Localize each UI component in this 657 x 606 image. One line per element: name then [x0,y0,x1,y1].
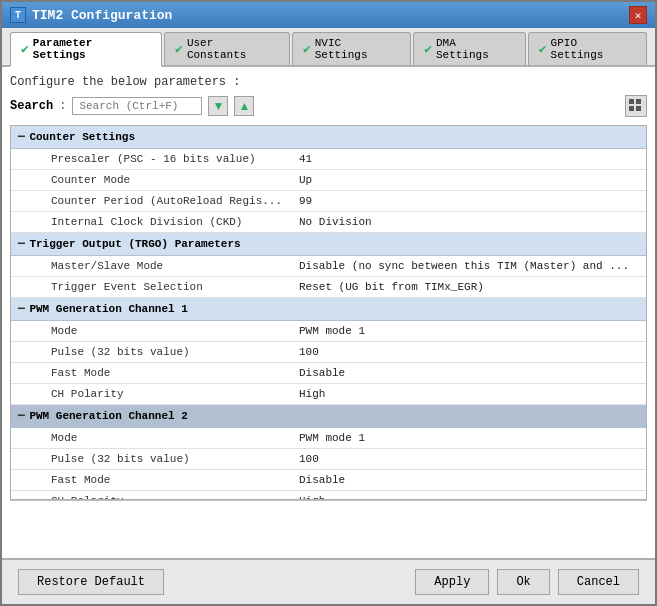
search-up-button[interactable]: ▲ [234,96,254,116]
param-name: Pulse (32 bits value) [11,344,291,360]
section-title: PWM Generation Channel 1 [29,303,187,315]
param-value: Disable [291,472,646,488]
param-row[interactable]: Counter Mode Up [11,170,646,191]
param-value: PWM mode 1 [291,430,646,446]
svg-rect-3 [636,106,641,111]
close-button[interactable]: ✕ [629,6,647,24]
tab-check-icon: ✔ [539,41,547,57]
search-down-button[interactable]: ▼ [208,96,228,116]
ok-button[interactable]: Ok [497,569,549,595]
tab-label: DMA Settings [436,37,515,61]
param-value: 100 [291,451,646,467]
tab-dma-settings[interactable]: ✔ DMA Settings [413,32,526,65]
param-name: CH Polarity [11,386,291,402]
section-header-0[interactable]: − Counter Settings [11,126,646,149]
param-row[interactable]: Mode PWM mode 1 [11,428,646,449]
svg-rect-0 [629,99,634,104]
tab-gpio-settings[interactable]: ✔ GPIO Settings [528,32,647,65]
param-value: 41 [291,151,646,167]
param-value: 99 [291,193,646,209]
param-value: PWM mode 1 [291,323,646,339]
tab-label: Parameter Settings [33,37,151,61]
param-row[interactable]: Counter Period (AutoReload Regis... 99 [11,191,646,212]
tab-check-icon: ✔ [303,41,311,57]
param-name: Mode [11,323,291,339]
section-header-2[interactable]: − PWM Generation Channel 1 [11,298,646,321]
param-value: Up [291,172,646,188]
section-collapse-icon: − [17,236,25,252]
section-header-3[interactable]: − PWM Generation Channel 2 [11,405,646,428]
svg-rect-2 [629,106,634,111]
param-value: No Division [291,214,646,230]
search-row: Search : ▼ ▲ [10,95,647,117]
title-bar: T TIM2 Configuration ✕ [2,2,655,28]
param-name: Counter Mode [11,172,291,188]
param-row[interactable]: Pulse (32 bits value) 100 [11,342,646,363]
bottom-panel [10,500,647,550]
section-collapse-icon: − [17,301,25,317]
param-row[interactable]: Master/Slave Mode Disable (no sync betwe… [11,256,646,277]
footer-right-buttons: Apply Ok Cancel [415,569,639,595]
param-row[interactable]: Fast Mode Disable [11,470,646,491]
window-title: TIM2 Configuration [32,8,172,23]
grid-view-button[interactable] [625,95,647,117]
param-row[interactable]: Prescaler (PSC - 16 bits value) 41 [11,149,646,170]
tab-user-constants[interactable]: ✔ User Constants [164,32,290,65]
param-name: Pulse (32 bits value) [11,451,291,467]
footer: Restore Default Apply Ok Cancel [2,558,655,604]
tab-check-icon: ✔ [424,41,432,57]
param-name: Master/Slave Mode [11,258,291,274]
configure-label: Configure the below parameters : [10,75,647,89]
search-colon: : [59,99,66,113]
tab-parameter-settings[interactable]: ✔ Parameter Settings [10,32,162,67]
param-value: High [291,386,646,402]
tabs-bar: ✔ Parameter Settings ✔ User Constants ✔ … [2,28,655,67]
param-row[interactable]: Mode PWM mode 1 [11,321,646,342]
param-row[interactable]: CH Polarity High [11,491,646,500]
svg-rect-1 [636,99,641,104]
section-title: Trigger Output (TRGO) Parameters [29,238,240,250]
param-name: Mode [11,430,291,446]
window-icon: T [10,7,26,23]
param-row[interactable]: Pulse (32 bits value) 100 [11,449,646,470]
main-window: T TIM2 Configuration ✕ ✔ Parameter Setti… [0,0,657,606]
param-name: Counter Period (AutoReload Regis... [11,193,291,209]
param-value: Disable (no sync between this TIM (Maste… [291,258,646,274]
param-value: High [291,493,646,500]
section-collapse-icon: − [17,408,25,424]
restore-default-button[interactable]: Restore Default [18,569,164,595]
param-row[interactable]: Trigger Event Selection Reset (UG bit fr… [11,277,646,298]
tab-nvic-settings[interactable]: ✔ NVIC Settings [292,32,411,65]
param-row[interactable]: Fast Mode Disable [11,363,646,384]
search-input[interactable] [72,97,202,115]
param-name: Internal Clock Division (CKD) [11,214,291,230]
tab-label: NVIC Settings [315,37,400,61]
param-row[interactable]: CH Polarity High [11,384,646,405]
section-header-1[interactable]: − Trigger Output (TRGO) Parameters [11,233,646,256]
tab-check-icon: ✔ [175,41,183,57]
content-area: Configure the below parameters : Search … [2,67,655,558]
param-name: Fast Mode [11,472,291,488]
section-title: PWM Generation Channel 2 [29,410,187,422]
tab-label: GPIO Settings [551,37,636,61]
param-name: Trigger Event Selection [11,279,291,295]
param-name: CH Polarity [11,493,291,500]
apply-button[interactable]: Apply [415,569,489,595]
params-container[interactable]: − Counter SettingsPrescaler (PSC - 16 bi… [10,125,647,500]
title-bar-left: T TIM2 Configuration [10,7,172,23]
param-value: 100 [291,344,646,360]
section-title: Counter Settings [29,131,135,143]
search-label: Search [10,99,53,113]
tab-label: User Constants [187,37,279,61]
cancel-button[interactable]: Cancel [558,569,639,595]
param-row[interactable]: Internal Clock Division (CKD) No Divisio… [11,212,646,233]
param-name: Fast Mode [11,365,291,381]
param-value: Disable [291,365,646,381]
param-value: Reset (UG bit from TIMx_EGR) [291,279,646,295]
tab-check-icon: ✔ [21,41,29,57]
section-collapse-icon: − [17,129,25,145]
param-name: Prescaler (PSC - 16 bits value) [11,151,291,167]
